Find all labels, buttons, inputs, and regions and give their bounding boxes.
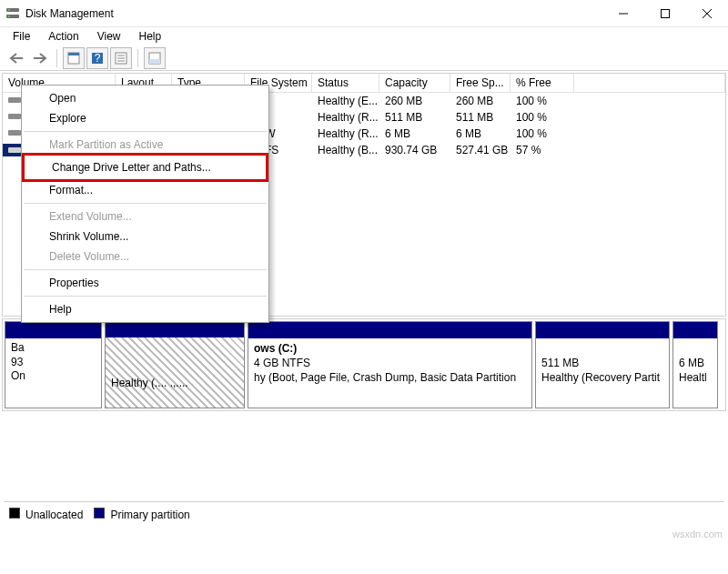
svg-rect-18 [8,97,21,103]
disk-line3: On [11,369,96,384]
svg-rect-5 [662,9,670,17]
cell-capacity: 930.74 GB [379,144,450,156]
menu-view[interactable]: View [90,28,128,45]
cell-pfree: 57 % [511,144,574,156]
properties-icon[interactable] [63,47,85,69]
partition-size: 4 GB NTFS [254,356,526,370]
menu-separator [24,131,267,132]
menu-action[interactable]: Action [41,28,86,45]
context-extend: Extend Volume... [22,206,268,227]
svg-rect-17 [149,59,160,64]
cell-capacity: 6 MB [379,127,450,140]
context-delete: Delete Volume... [22,247,268,267]
partition-status: hy (Boot, Page File, Crash Dump, Basic D… [254,370,526,385]
cell-pfree: 100 % [511,95,574,107]
close-button[interactable] [686,0,728,27]
disk-line1: Ba [11,341,96,356]
volume-icon [8,145,21,156]
menu-separator [24,296,267,297]
cell-free: 527.41 GB [450,144,511,156]
svg-point-3 [8,15,10,17]
cell-status: Healthy (B... [312,144,379,156]
col-pfree[interactable]: % Free [511,74,574,92]
context-shrink[interactable]: Shrink Volume... [22,227,268,247]
minimize-button[interactable] [602,0,644,27]
maximize-button[interactable] [644,0,686,27]
toolbar-separator [56,49,57,67]
svg-rect-9 [68,53,79,55]
partition-status: Healthy (Recovery Partit [541,370,663,385]
cell-free: 6 MB [450,127,511,140]
cell-status: Healthy (E... [312,95,379,107]
volume-icon [8,111,21,122]
disk-graphical-view: Ba 93 On Healthy (.... .,.... ows (C:) 4… [2,318,726,411]
context-explore[interactable]: Explore [22,108,268,128]
titlebar: Disk Management [0,0,728,27]
partition-status: Healthy (.... .,.... [111,376,238,390]
col-extra [574,74,725,92]
cell-capacity: 260 MB [379,95,450,107]
cell-pfree: 100 % [511,111,574,124]
svg-rect-21 [8,147,21,153]
toolbar-separator [137,49,138,67]
cell-status: Healthy (R... [312,111,379,124]
legend-primary: Primary partition [94,508,189,521]
forward-button[interactable] [29,47,51,69]
toolbar: ? [0,45,728,71]
view-bottom-icon[interactable] [144,47,166,69]
menu-separator [24,269,267,270]
menu-help[interactable]: Help [132,28,169,45]
view-list-icon[interactable] [110,47,132,69]
partition-small[interactable]: 6 MB Healtl [672,321,718,408]
volume-icon [8,127,21,138]
context-help[interactable]: Help [22,299,268,319]
menu-file[interactable]: File [5,28,37,45]
partition-size: 6 MB [679,356,712,370]
back-button[interactable] [5,47,27,69]
svg-rect-19 [8,114,21,119]
window-title: Disk Management [25,7,602,20]
partition-1[interactable]: Healthy (.... .,.... [105,321,245,408]
disk-line2: 93 [11,356,96,370]
cell-status: Healthy (R... [312,127,379,140]
swatch-blue-icon [94,508,105,519]
cell-capacity: 511 MB [379,111,450,124]
partition-c[interactable]: ows (C:) 4 GB NTFS hy (Boot, Page File, … [248,321,532,408]
col-status[interactable]: Status [312,74,379,92]
context-menu: Open Explore Mark Partition as Active Ch… [21,85,269,323]
volume-icon [8,95,21,106]
context-properties[interactable]: Properties [22,273,268,293]
cell-pfree: 100 % [511,127,574,140]
col-free[interactable]: Free Sp... [450,74,511,92]
menu-separator [24,203,267,204]
svg-point-2 [8,9,10,11]
help-icon[interactable]: ? [86,47,108,69]
partition-recovery[interactable]: 511 MB Healthy (Recovery Partit [535,321,670,408]
svg-rect-20 [8,130,21,136]
legend-unallocated: Unallocated [9,508,83,521]
swatch-black-icon [9,508,20,519]
legend: Unallocated Primary partition [4,501,724,525]
col-capacity[interactable]: Capacity [379,74,450,92]
context-open[interactable]: Open [22,88,268,108]
cell-free: 260 MB [450,95,511,107]
menubar: File Action View Help [0,27,728,45]
partition-name: ows (C:) [254,342,297,355]
partition-status: Healtl [679,370,712,385]
app-icon [5,6,20,21]
context-change-drive-letter[interactable]: Change Drive Letter and Paths... [22,153,268,182]
watermark: wsxdn.com [672,529,723,539]
cell-free: 511 MB [450,111,511,124]
disk-header[interactable]: Ba 93 On [5,321,102,408]
partition-size: 511 MB [541,356,663,370]
context-mark-active: Mark Partition as Active [22,135,268,155]
context-format[interactable]: Format... [22,180,268,200]
svg-text:?: ? [95,52,101,65]
